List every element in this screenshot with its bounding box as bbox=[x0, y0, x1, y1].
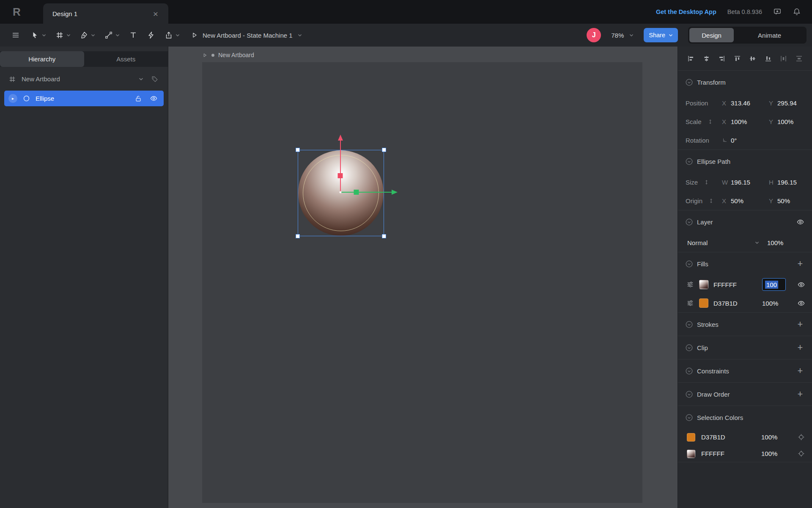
chevron-down-icon[interactable] bbox=[66, 34, 71, 37]
collapse-chevron-icon[interactable] bbox=[686, 218, 693, 226]
animate-mode-button[interactable]: Animate bbox=[734, 28, 805, 42]
fill-options-icon[interactable] bbox=[686, 299, 694, 307]
section-transform-header[interactable]: Transform bbox=[678, 71, 812, 94]
pen-tool[interactable] bbox=[80, 31, 95, 39]
selection-color-opacity[interactable]: 100% bbox=[761, 450, 785, 457]
scale-x-input[interactable]: 100% bbox=[731, 118, 769, 125]
chevron-down-icon[interactable] bbox=[91, 34, 95, 37]
fill-options-icon[interactable] bbox=[686, 281, 694, 288]
share-button[interactable]: Share bbox=[644, 28, 678, 42]
tab-assets[interactable]: Assets bbox=[84, 51, 168, 67]
section-ellipse-path-header[interactable]: Ellipse Path bbox=[678, 150, 812, 173]
chevron-down-icon[interactable] bbox=[298, 34, 302, 37]
align-bottom-icon[interactable] bbox=[765, 55, 772, 62]
align-center-vertical-icon[interactable] bbox=[749, 55, 756, 62]
align-left-icon[interactable] bbox=[687, 55, 694, 62]
rotation-input[interactable]: 0° bbox=[731, 137, 769, 144]
section-draw-order-header[interactable]: Draw Order + bbox=[678, 383, 812, 406]
scale-y-input[interactable]: 100% bbox=[777, 118, 812, 125]
rive-logo[interactable]: R bbox=[0, 0, 43, 24]
add-clip-button[interactable]: + bbox=[796, 343, 804, 352]
position-x-input[interactable]: 313.46 bbox=[731, 99, 769, 107]
collapse-chevron-icon[interactable] bbox=[686, 158, 693, 165]
selection-color-hex[interactable]: FFFFFF bbox=[701, 450, 724, 457]
chevron-down-icon[interactable] bbox=[176, 34, 180, 37]
align-center-horizontal-icon[interactable] bbox=[703, 55, 710, 62]
collapse-chevron-icon[interactable] bbox=[686, 79, 693, 86]
selection-color-swatch[interactable] bbox=[687, 433, 695, 442]
size-w-input[interactable]: 196.15 bbox=[731, 179, 769, 186]
link-scale-icon[interactable] bbox=[708, 119, 713, 125]
events-tool[interactable] bbox=[147, 31, 155, 39]
position-y-input[interactable]: 295.94 bbox=[777, 99, 812, 107]
distribute-horizontal-icon[interactable] bbox=[780, 55, 787, 62]
artboard-tool[interactable] bbox=[55, 31, 71, 39]
zoom-control[interactable]: 78% bbox=[611, 32, 634, 39]
section-layer-header[interactable]: Layer bbox=[678, 210, 812, 233]
fill-opacity-value[interactable]: 100% bbox=[762, 300, 786, 307]
artboard-header[interactable]: New Artboard bbox=[202, 50, 254, 60]
fill-color-swatch[interactable] bbox=[699, 280, 708, 289]
blend-mode-select[interactable]: Normal bbox=[687, 239, 763, 246]
tree-item-ellipse[interactable]: ▸ Ellipse bbox=[4, 91, 164, 106]
section-fills-header[interactable]: Fills + bbox=[678, 252, 812, 275]
add-constraint-button[interactable]: + bbox=[796, 366, 804, 375]
canvas[interactable]: New Artboard bbox=[168, 47, 678, 508]
expand-chevron-icon[interactable]: ▸ bbox=[8, 94, 17, 103]
chevron-down-icon[interactable] bbox=[42, 34, 46, 37]
tag-icon[interactable] bbox=[151, 75, 159, 83]
close-tab-icon[interactable]: × bbox=[151, 8, 161, 19]
distribute-vertical-icon[interactable] bbox=[796, 55, 803, 62]
eye-icon[interactable] bbox=[150, 94, 158, 102]
eye-icon[interactable] bbox=[797, 299, 805, 307]
origin-y-input[interactable]: 50% bbox=[777, 197, 812, 204]
menu-hamburger-icon[interactable] bbox=[10, 29, 22, 41]
artboard-state-machine-selector[interactable]: New Artboard - State Machine 1 bbox=[191, 31, 302, 39]
collapse-chevron-icon[interactable] bbox=[686, 391, 693, 398]
artboard[interactable] bbox=[202, 62, 642, 503]
feedback-icon[interactable] bbox=[773, 8, 782, 16]
collapse-chevron-icon[interactable] bbox=[686, 344, 693, 351]
file-tab[interactable]: Design 1 × bbox=[43, 3, 168, 24]
eye-icon[interactable] bbox=[797, 281, 805, 289]
selection-color-opacity[interactable]: 100% bbox=[761, 433, 785, 441]
align-top-icon[interactable] bbox=[734, 55, 741, 62]
selection-color-hex[interactable]: D37B1D bbox=[701, 433, 725, 441]
layer-opacity-input[interactable]: 100% bbox=[767, 239, 783, 246]
desktop-app-link[interactable]: Get the Desktop App bbox=[656, 8, 716, 15]
ellipse-shape[interactable] bbox=[298, 150, 384, 236]
target-icon[interactable] bbox=[797, 433, 805, 441]
eye-icon[interactable] bbox=[796, 218, 804, 226]
fill-hex-value[interactable]: D37B1D bbox=[713, 300, 738, 307]
collapse-chevron-icon[interactable] bbox=[686, 260, 693, 268]
collapse-chevron-icon[interactable] bbox=[686, 367, 693, 375]
align-right-icon[interactable] bbox=[718, 55, 725, 62]
lock-open-icon[interactable] bbox=[134, 95, 142, 102]
tab-hierarchy[interactable]: Hierarchy bbox=[0, 51, 84, 67]
section-selection-colors-header[interactable]: Selection Colors bbox=[678, 406, 812, 429]
section-strokes-header[interactable]: Strokes + bbox=[678, 313, 812, 336]
notifications-bell-icon[interactable] bbox=[793, 8, 801, 16]
play-icon[interactable] bbox=[202, 52, 208, 58]
shapes-tool[interactable] bbox=[104, 31, 120, 39]
section-constraints-header[interactable]: Constraints + bbox=[678, 359, 812, 382]
link-size-icon[interactable] bbox=[704, 179, 709, 185]
fill-color-swatch[interactable] bbox=[699, 298, 708, 308]
selection-color-swatch[interactable] bbox=[687, 450, 695, 458]
fill-opacity-input[interactable]: 100 bbox=[762, 278, 786, 291]
add-fill-button[interactable]: + bbox=[796, 259, 804, 268]
chevron-down-icon[interactable] bbox=[139, 77, 143, 81]
add-draw-order-button[interactable]: + bbox=[796, 389, 804, 399]
collapse-chevron-icon[interactable] bbox=[686, 414, 693, 421]
tree-item-artboard[interactable]: New Artboard bbox=[0, 71, 168, 87]
chevron-down-icon[interactable] bbox=[115, 34, 120, 37]
text-tool[interactable] bbox=[129, 31, 137, 39]
link-origin-icon[interactable] bbox=[708, 198, 714, 204]
avatar[interactable]: J bbox=[587, 28, 601, 42]
select-tool[interactable] bbox=[31, 31, 46, 39]
section-clip-header[interactable]: Clip + bbox=[678, 336, 812, 359]
fill-hex-value[interactable]: FFFFFF bbox=[713, 281, 737, 288]
chevron-down-icon[interactable] bbox=[669, 34, 673, 37]
export-tool[interactable] bbox=[165, 31, 180, 39]
origin-x-input[interactable]: 50% bbox=[731, 197, 769, 204]
